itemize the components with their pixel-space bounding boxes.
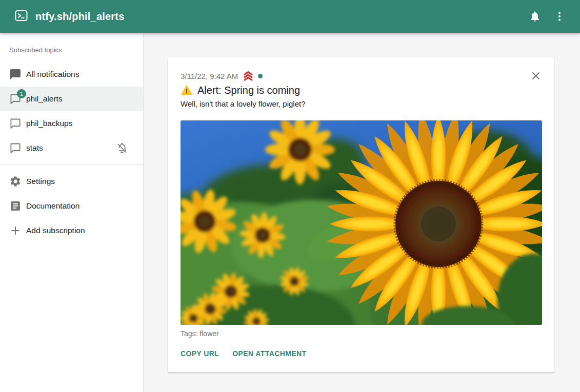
notification-title: Alert: Spring is coming xyxy=(197,85,300,96)
sidebar-item-label: All notifications xyxy=(26,70,79,79)
notification-actions: COPY URL OPEN ATTACHMENT xyxy=(181,347,542,360)
priority-max-icon xyxy=(243,71,254,81)
sidebar: Subscribed topics All notifications 1 ph… xyxy=(0,33,144,392)
sidebar-divider xyxy=(0,164,143,165)
notification-tags: Tags: flower xyxy=(181,329,542,339)
sidebar-item-all-notifications[interactable]: All notifications xyxy=(0,62,143,87)
chat-bubble-filled-icon xyxy=(9,68,22,80)
appbar-title: ntfy.sh/phil_alerts xyxy=(35,11,124,23)
notification-title-row: Alert: Spring is coming xyxy=(181,83,542,97)
sidebar-item-phil-alerts[interactable]: 1 phil_alerts xyxy=(0,87,143,111)
sidebar-item-settings[interactable]: Settings xyxy=(0,169,143,194)
sidebar-item-documentation[interactable]: Documentation xyxy=(0,194,143,218)
sidebar-item-label: Documentation xyxy=(26,201,79,211)
chat-bubble-outline-icon xyxy=(9,142,22,154)
sidebar-item-add-subscription[interactable]: Add subscription xyxy=(0,218,143,243)
sidebar-item-label: Settings xyxy=(26,177,55,186)
notification-timestamp: 3/11/22, 9:42 AM xyxy=(181,72,238,80)
bell-off-icon xyxy=(116,142,128,154)
bell-icon xyxy=(529,10,541,23)
notification-card: 3/11/22, 9:42 AM xyxy=(168,57,554,373)
sidebar-item-label: stats xyxy=(26,143,43,153)
kebab-menu-icon xyxy=(553,10,566,23)
appbar: ntfy.sh/phil_alerts xyxy=(0,0,580,33)
unread-count-badge: 1 xyxy=(17,89,26,98)
chat-bubble-outline-icon: 1 xyxy=(9,93,22,105)
sidebar-item-stats[interactable]: stats xyxy=(0,136,143,160)
notification-body: Well, isn't that a lovely flower, piglet… xyxy=(181,99,542,110)
sidebar-item-label: phil_backups xyxy=(26,119,72,128)
unread-dot xyxy=(258,74,263,78)
kebab-menu-button[interactable] xyxy=(547,4,572,29)
open-attachment-button[interactable]: OPEN ATTACHMENT xyxy=(232,347,310,360)
notifications-bell-button[interactable] xyxy=(523,4,547,29)
article-icon xyxy=(9,200,22,212)
notification-meta: 3/11/22, 9:42 AM xyxy=(181,71,542,81)
gear-icon xyxy=(9,175,22,188)
main-content: 3/11/22, 9:42 AM xyxy=(144,33,580,392)
close-icon xyxy=(530,70,542,82)
close-notification-button[interactable] xyxy=(530,70,542,82)
attachment-image-sunflowers[interactable] xyxy=(181,120,542,325)
copy-url-button[interactable]: COPY URL xyxy=(181,347,223,360)
subscribed-topics-label: Subscribed topics xyxy=(0,33,143,62)
chat-bubble-outline-icon xyxy=(9,117,22,130)
ntfy-terminal-logo-icon xyxy=(14,9,28,25)
sidebar-item-label: Add subscription xyxy=(26,226,85,235)
sidebar-item-label: phil_alerts xyxy=(26,94,63,104)
sidebar-item-phil-backups[interactable]: phil_backups xyxy=(0,111,143,136)
warning-triangle-icon xyxy=(181,85,193,96)
plus-icon xyxy=(9,224,22,237)
